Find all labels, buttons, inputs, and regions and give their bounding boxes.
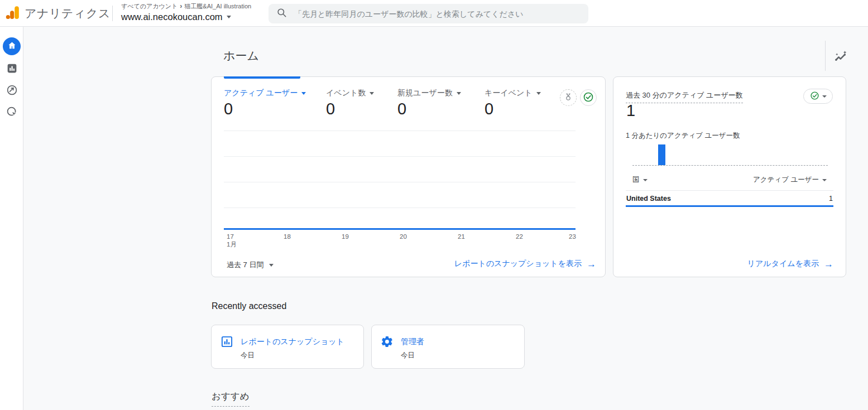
- metric-value: 0: [326, 100, 374, 118]
- chevron-down-icon: [370, 92, 374, 95]
- analytics-logo-icon: [6, 5, 20, 22]
- x-axis-tick: 18: [284, 233, 291, 240]
- arrow-right-icon: →: [587, 259, 596, 269]
- breadcrumb-chevron-icon: ›: [180, 2, 182, 10]
- metric-label: キーイベント: [485, 88, 533, 98]
- recently-accessed-heading: Recently accessed: [212, 301, 286, 311]
- product-name: アナリティクス: [25, 6, 111, 21]
- chart-gridline: [224, 208, 576, 208]
- chart-gridline: [224, 182, 576, 182]
- chevron-down-icon: [536, 92, 541, 95]
- chart-gridline: [224, 156, 576, 157]
- breadcrumb-property: 猫工艦&AI_AI illustration: [184, 2, 251, 11]
- search-icon: [276, 7, 287, 20]
- report-snapshot-icon: [220, 335, 233, 350]
- app-header: アナリティクス すべてのアカウント › 猫工艦&AI_AI illustrati…: [0, 0, 868, 27]
- chevron-down-icon: [269, 264, 274, 267]
- metric-new-users[interactable]: 新規ユーザー数 0: [397, 88, 461, 118]
- explore-icon: [6, 84, 18, 98]
- x-axis-month-label: 1月: [227, 240, 237, 249]
- search-input[interactable]: [294, 9, 581, 18]
- x-axis-tick: 23: [569, 233, 576, 240]
- sidebar-item-home[interactable]: [3, 37, 21, 55]
- recent-item-label: 管理者: [401, 337, 424, 347]
- recent-item-report-snapshot[interactable]: レポートのスナップショット 今日: [211, 325, 364, 369]
- table-row: United States 1: [626, 195, 833, 202]
- account-property-selector[interactable]: すべてのアカウント › 猫工艦&AI_AI illustration www.a…: [121, 2, 251, 22]
- realtime-card: 過去 30 分のアクティブ ユーザー数 1 1 分あたりのアクティブ ユーザー数…: [613, 76, 846, 277]
- realtime-active-users-value: 1: [626, 102, 635, 120]
- report-snapshot-link[interactable]: レポートのスナップショットを表示 →: [454, 259, 596, 269]
- table-divider: [626, 190, 833, 191]
- x-axis-tick: 19: [342, 233, 349, 240]
- medal-icon: [564, 93, 573, 103]
- chevron-down-icon: [227, 16, 231, 18]
- check-circle-icon: [583, 91, 594, 104]
- selected-metric-indicator: [224, 76, 300, 79]
- metric-value: 0: [397, 100, 461, 118]
- home-icon: [7, 41, 17, 52]
- data-quality-check-button[interactable]: [580, 89, 597, 106]
- metric-column-dropdown[interactable]: アクティブ ユーザー: [753, 175, 827, 185]
- metric-active-users[interactable]: アクティブ ユーザー 0: [224, 88, 306, 118]
- metric-label: イベント数: [326, 88, 366, 98]
- date-range-label: 過去 7 日間: [227, 260, 263, 270]
- realtime-table-header: 国 アクティブ ユーザー: [632, 175, 827, 185]
- metric-event-count[interactable]: イベント数 0: [326, 88, 374, 118]
- benchmark-medal-button[interactable]: [560, 89, 577, 106]
- value-cell: 1: [829, 195, 833, 202]
- insights-sparkline-icon: [833, 58, 848, 66]
- country-cell: United States: [626, 195, 671, 202]
- analytics-logo[interactable]: アナリティクス: [6, 0, 111, 27]
- view-realtime-link[interactable]: リアルタイムを表示 →: [747, 259, 833, 269]
- gear-icon: [381, 335, 394, 350]
- metric-value: 0: [224, 100, 306, 118]
- recent-item-admin[interactable]: 管理者 今日: [371, 325, 525, 369]
- x-axis-tick: 22: [516, 233, 523, 240]
- chevron-down-icon: [822, 95, 827, 98]
- metric-value: 0: [485, 100, 541, 118]
- chart-gridline: [224, 131, 576, 131]
- x-axis-tick: 17: [227, 233, 234, 240]
- insights-button[interactable]: [833, 49, 848, 65]
- header-divider: [112, 6, 113, 21]
- per-minute-bar-chart: [632, 143, 828, 166]
- metric-label: アクティブ ユーザー: [224, 88, 298, 98]
- check-circle-icon: [810, 91, 819, 102]
- metric-label: 新規ユーザー数: [397, 88, 453, 98]
- date-range-dropdown[interactable]: 過去 7 日間: [227, 260, 274, 270]
- chevron-down-icon: [457, 92, 461, 95]
- page-title: ホーム: [223, 48, 259, 64]
- metric-key-events[interactable]: キーイベント 0: [485, 88, 541, 118]
- realtime-title: 過去 30 分のアクティブ ユーザー数: [626, 90, 743, 103]
- recent-item-label: レポートのスナップショット: [241, 337, 344, 347]
- breadcrumb-account: すべてのアカウント: [121, 2, 178, 11]
- breadcrumb: すべてのアカウント › 猫工艦&AI_AI illustration: [121, 2, 251, 11]
- chevron-down-icon: [643, 179, 648, 181]
- recent-item-meta: 今日: [401, 351, 415, 360]
- chart-series-line: [224, 228, 576, 230]
- realtime-status-dropdown[interactable]: [803, 89, 833, 104]
- per-minute-label: 1 分あたりのアクティブ ユーザー数: [626, 131, 740, 141]
- row-bar-indicator: [626, 205, 833, 207]
- recent-item-meta: 今日: [241, 351, 255, 360]
- x-axis-tick: 20: [400, 233, 407, 240]
- per-minute-bar: [658, 144, 665, 165]
- x-axis-tick: 21: [458, 233, 465, 240]
- sidebar-item-advertising[interactable]: [6, 107, 18, 119]
- bar-chart-icon: [6, 62, 18, 76]
- advertising-icon: [6, 106, 18, 119]
- property-domain: www.ai.necokoucan.com: [121, 12, 223, 22]
- sidebar-item-reports[interactable]: [6, 63, 18, 75]
- sidebar-item-explore[interactable]: [6, 85, 18, 97]
- country-column-dropdown[interactable]: 国: [632, 175, 648, 185]
- chevron-down-icon: [822, 179, 827, 181]
- ga-home-page: アナリティクス すべてのアカウント › 猫工艦&AI_AI illustrati…: [0, 0, 868, 410]
- property-domain-dropdown[interactable]: www.ai.necokoucan.com: [121, 12, 251, 22]
- search-bar[interactable]: [268, 4, 588, 23]
- suggestions-heading: おすすめ: [212, 390, 250, 407]
- overview-card: アクティブ ユーザー 0 イベント数 0 新規ユーザー数 0 キーイベント: [211, 76, 606, 277]
- arrow-right-icon: →: [824, 259, 833, 269]
- sidebar-nav: [0, 27, 23, 410]
- title-divider: [825, 41, 826, 71]
